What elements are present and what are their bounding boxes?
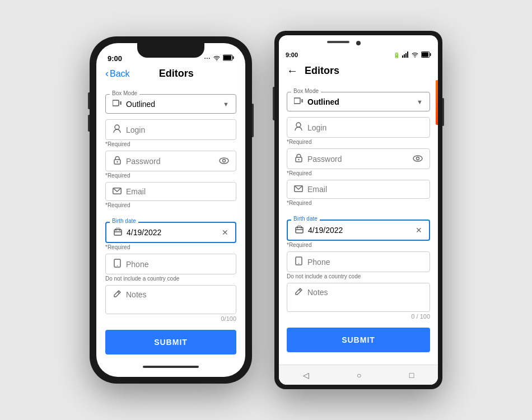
android-clear-icon[interactable]: ✕ (416, 226, 422, 235)
svg-rect-20 (404, 54, 405, 58)
iphone-notch (137, 43, 204, 58)
android-phone-hint: Do not include a country code (287, 273, 430, 279)
ios-birthday-icon (113, 227, 122, 237)
ios-password-placeholder: Password (126, 157, 214, 166)
ios-notes-field: Notes 0/100 (105, 285, 236, 322)
svg-point-7 (115, 125, 119, 129)
svg-line-41 (299, 290, 301, 291)
svg-point-11 (223, 159, 226, 162)
android-notes-input[interactable]: Notes (287, 283, 430, 312)
ios-email-placeholder: Email (126, 187, 229, 196)
iphone-home-bar (143, 366, 199, 368)
ios-clear-icon[interactable]: ✕ (222, 228, 228, 237)
ios-submit-button[interactable]: SUBMIT (105, 330, 236, 354)
ios-box-mode-content: Outlined (113, 99, 155, 109)
ios-password-icon (113, 156, 122, 166)
android-outlined-icon (294, 97, 303, 106)
ios-box-mode-section: Box Mode Outlined ▼ (105, 84, 236, 114)
ios-password-input[interactable]: Password (105, 151, 236, 171)
ios-back-label: Back (110, 69, 130, 79)
ios-time: 9:00 (108, 49, 122, 63)
ios-birthdate-field: Birth date 4/19/2022 ✕ *Required (105, 212, 236, 250)
svg-rect-1 (233, 56, 234, 59)
android-phone-placeholder: Phone (307, 258, 423, 267)
android-birthday-icon (295, 225, 304, 235)
android-back-button[interactable]: ← (287, 64, 298, 77)
svg-point-30 (296, 123, 301, 127)
svg-point-17 (116, 265, 118, 267)
iphone-device: 9:00 ··· ‹ Back Editors (90, 36, 252, 384)
android-camera (356, 41, 361, 45)
svg-rect-22 (407, 52, 408, 58)
svg-rect-13 (114, 230, 122, 235)
android-password-field: Password *Required (287, 148, 430, 176)
android-box-mode-select[interactable]: Outlined ▼ (287, 92, 430, 111)
ios-login-field: Login *Required (105, 119, 236, 147)
ios-title: Editors (130, 68, 223, 80)
android-password-placeholder: Password (307, 155, 408, 164)
iphone-vol-down (88, 115, 90, 132)
android-title: Editors (305, 65, 339, 77)
android-nav-back[interactable]: ◁ (303, 371, 309, 380)
android-login-placeholder: Login (307, 123, 423, 132)
android-status-icons: 🔋 (393, 52, 431, 59)
android-battery-small: 🔋 (393, 52, 400, 58)
ios-dropdown-arrow: ▼ (223, 101, 229, 108)
ios-notes-icon (113, 290, 122, 300)
android-accent (436, 80, 438, 125)
android-birthdate-label: Birth date (291, 216, 320, 222)
ios-phone-icon (113, 259, 122, 269)
wifi-icon (213, 54, 221, 63)
ios-notes-placeholder: Notes (126, 290, 147, 299)
outlined-box-icon (113, 99, 122, 109)
ios-login-placeholder: Login (126, 125, 229, 134)
android-phone-input[interactable]: Phone (287, 251, 430, 272)
ios-email-field: Email *Required (105, 182, 236, 208)
android-email-icon (294, 185, 303, 194)
android-login-input[interactable]: Login (287, 117, 430, 138)
iphone-side-button (252, 104, 254, 137)
android-phone-icon (294, 256, 303, 267)
ios-back-button[interactable]: ‹ Back (105, 68, 130, 80)
ios-email-icon (113, 187, 122, 196)
android-phone-field: Phone Do not include a country code (287, 251, 430, 279)
android-signal-icon (402, 52, 409, 59)
ios-box-mode-select[interactable]: Outlined ▼ (105, 94, 236, 114)
ios-eye-icon[interactable] (219, 157, 229, 166)
android-nav-recent[interactable]: □ (409, 371, 414, 380)
svg-point-34 (417, 157, 419, 160)
ios-login-icon (113, 124, 122, 135)
android-nav-home[interactable]: ○ (357, 371, 361, 380)
ios-login-hint: *Required (105, 141, 236, 147)
ios-notes-input[interactable]: Notes (105, 285, 236, 314)
ios-email-input[interactable]: Email (105, 182, 236, 201)
ios-phone-input[interactable]: Phone (105, 254, 236, 274)
battery-icon (223, 54, 234, 63)
android-birthdate-field: Birth date 4/19/2022 ✕ *Required (287, 209, 430, 248)
android-box-mode-value: Outlined (307, 97, 339, 106)
android-battery-icon (421, 52, 431, 59)
svg-rect-3 (113, 100, 119, 106)
android-password-input[interactable]: Password (287, 148, 430, 169)
android-email-input[interactable]: Email (287, 180, 430, 199)
ios-notes-content: Notes (113, 290, 229, 300)
android-birthdate-hint: *Required (287, 242, 430, 248)
android-email-placeholder: Email (307, 185, 423, 194)
android-notes-icon (294, 288, 303, 297)
ios-birthdate-input[interactable]: 4/19/2022 ✕ (105, 222, 236, 243)
android-speaker (327, 41, 349, 43)
ios-login-input[interactable]: Login (105, 119, 236, 140)
android-notes-content: Notes (294, 288, 423, 297)
android-birthdate-input[interactable]: 4/19/2022 ✕ (287, 220, 430, 241)
android-eye-icon[interactable] (413, 155, 423, 164)
android-screen: 9:00 🔋 ← Editors (279, 35, 438, 385)
ios-birthdate-hint: *Required (105, 244, 236, 250)
svg-point-32 (298, 159, 299, 160)
android-notes-placeholder: Notes (307, 288, 328, 297)
android-submit-button[interactable]: SUBMIT (287, 328, 430, 352)
back-chevron-icon: ‹ (105, 68, 109, 80)
svg-point-9 (116, 161, 118, 162)
android-login-icon (294, 122, 303, 133)
ios-app-bar: ‹ Back Editors (96, 66, 245, 84)
svg-rect-21 (405, 53, 407, 58)
